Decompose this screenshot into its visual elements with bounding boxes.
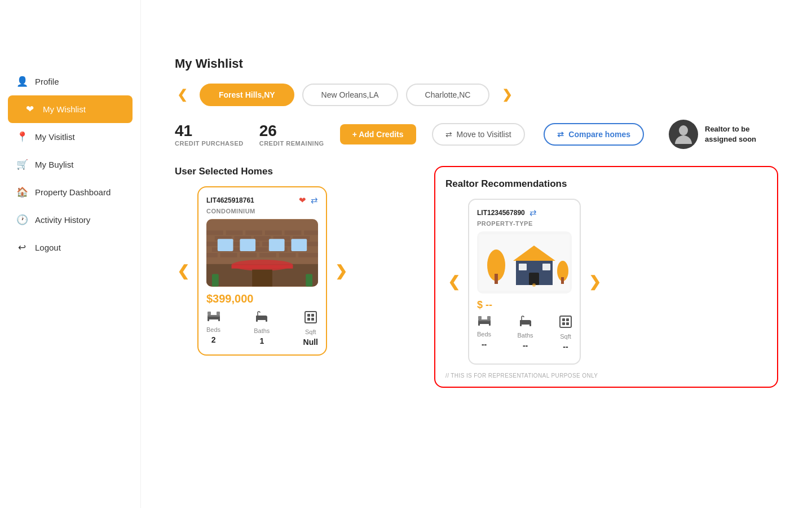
sidebar-icon-logout: ↩: [16, 242, 28, 253]
sidebar-icon-property-dashboard: 🏠: [16, 186, 28, 198]
svg-rect-35: [240, 239, 255, 251]
realtor-rec-card: LIT1234567890 ⇄ PROPERTY-TYPE: [468, 199, 581, 365]
svg-rect-4: [226, 230, 243, 235]
baths-label: Baths: [254, 327, 270, 334]
svg-rect-27: [240, 253, 257, 257]
add-credits-button[interactable]: + Add Credits: [340, 124, 416, 144]
realtor-recs-carousel: ❮ LIT1234567890 ⇄ PROPERTY-TYPE: [445, 199, 767, 365]
user-prop-stats: Beds 2 Baths 1: [206, 311, 318, 347]
rec-beds-value: --: [482, 340, 487, 349]
svg-rect-68: [478, 323, 480, 326]
svg-rect-3: [206, 230, 223, 235]
svg-rect-43: [218, 318, 220, 321]
rec-sqft-label: Sqft: [560, 333, 571, 340]
wishlist-heart-icon[interactable]: ❤: [299, 195, 306, 205]
sidebar-item-property-dashboard[interactable]: 🏠 Property Dashboard: [0, 178, 140, 206]
rec-baths-value: --: [523, 341, 528, 350]
user-listing-id: LIT4625918761: [206, 196, 254, 204]
sidebar-icon-activity-history: 🕐: [16, 214, 28, 226]
svg-rect-60: [529, 273, 539, 285]
sidebar-icon-my-buylist: 🛒: [16, 159, 28, 170]
realtor-recs-next-arrow[interactable]: ❯: [586, 273, 603, 291]
user-baths-stat: Baths 1: [254, 311, 270, 347]
house-illustration-svg: [479, 234, 570, 291]
user-beds-stat: Beds 2: [206, 311, 220, 347]
credit-purchased-num: 41: [175, 122, 244, 140]
svg-rect-34: [218, 239, 233, 251]
svg-rect-36: [269, 239, 285, 251]
beds-icon: [207, 311, 220, 324]
svg-rect-30: [298, 253, 318, 257]
user-homes-title: User Selected Homes: [175, 166, 412, 177]
svg-rect-79: [562, 322, 565, 325]
svg-rect-54: [311, 318, 314, 321]
svg-rect-67: [478, 319, 491, 321]
svg-rect-57: [495, 274, 498, 284]
rec-baths-stat: Baths --: [517, 316, 533, 351]
svg-rect-6: [265, 230, 282, 235]
sidebar-icon-my-wishlist: ❤: [24, 103, 36, 115]
rec-sqft-stat: Sqft --: [559, 316, 572, 351]
move-icon: ⇄: [445, 130, 452, 139]
svg-point-65: [532, 283, 536, 287]
compare-arrows-icon[interactable]: ⇄: [311, 195, 318, 205]
sidebar-item-activity-history[interactable]: 🕐 Activity History: [0, 206, 140, 234]
compare-homes-button[interactable]: ⇄ Compare homes: [544, 123, 644, 146]
svg-rect-7: [285, 230, 302, 235]
location-tab-new-orleans[interactable]: New Orleans,LA: [302, 84, 398, 106]
svg-rect-11: [254, 236, 271, 240]
sidebar-item-my-wishlist[interactable]: ❤ My Wishlist: [8, 95, 133, 123]
location-tab-charlotte[interactable]: Charlotte,NC: [406, 84, 490, 106]
svg-rect-74: [529, 323, 531, 326]
rec-baths-icon: [519, 316, 532, 330]
sqft-label: Sqft: [305, 329, 316, 335]
svg-rect-28: [259, 253, 276, 257]
location-tab-forest-hills[interactable]: Forest Hills,NY: [200, 84, 294, 106]
svg-rect-52: [311, 314, 314, 317]
sidebar: 👤 Profile ❤ My Wishlist 📍 My Visitlist 🛒…: [0, 0, 141, 508]
svg-rect-38: [212, 274, 219, 287]
svg-rect-32: [232, 265, 293, 269]
realtor-recs-prev-arrow[interactable]: ❮: [445, 273, 462, 291]
sidebar-item-my-visitlist[interactable]: 📍 My Visitlist: [0, 123, 140, 151]
sidebar-item-logout[interactable]: ↩ Logout: [0, 234, 140, 261]
location-next-arrow[interactable]: ❯: [500, 87, 514, 102]
svg-rect-44: [208, 312, 211, 315]
rec-sqft-value: --: [563, 342, 568, 351]
move-label: Move to Visitlist: [457, 130, 511, 139]
rec-beds-label: Beds: [477, 331, 491, 338]
rec-compare-icon[interactable]: ⇄: [529, 208, 537, 218]
svg-rect-33: [252, 270, 272, 287]
sidebar-label-my-visitlist: My Visitlist: [35, 132, 75, 142]
svg-rect-5: [245, 230, 262, 235]
compare-icon: ⇄: [557, 130, 564, 139]
rec-listing-id: LIT1234567890: [477, 209, 525, 217]
sidebar-item-profile[interactable]: 👤 Profile: [0, 68, 140, 95]
svg-rect-50: [305, 312, 316, 323]
rec-sqft-icon: [559, 316, 572, 331]
user-homes-carousel: ❮ LIT4625918761 ❤ ⇄ CONDOMINIUM: [175, 186, 412, 356]
move-to-visitlist-button[interactable]: ⇄ Move to Visitlist: [432, 123, 525, 146]
sidebar-label-my-buylist: My Buylist: [35, 160, 73, 169]
sqft-value: Null: [303, 338, 318, 347]
user-homes-next-arrow[interactable]: ❯: [333, 262, 350, 280]
rec-stats: Beds -- Baths --: [477, 316, 572, 351]
rec-prop-type: PROPERTY-TYPE: [477, 220, 572, 227]
compare-label: Compare homes: [568, 130, 630, 139]
user-prop-image: [206, 219, 318, 287]
sqft-icon: [304, 311, 317, 326]
rec-beds-stat: Beds --: [477, 316, 491, 351]
svg-rect-8: [304, 230, 318, 235]
sidebar-label-activity-history: Activity History: [35, 215, 90, 225]
user-property-card: LIT4625918761 ❤ ⇄ CONDOMINIUM: [197, 186, 327, 356]
svg-rect-69: [489, 323, 491, 326]
realtor-block: Realtor to be assigned soon: [669, 120, 778, 149]
rec-price: $ --: [477, 299, 572, 311]
user-homes-prev-arrow[interactable]: ❮: [175, 262, 192, 280]
sidebar-label-profile: Profile: [35, 77, 59, 86]
sidebar-item-my-buylist[interactable]: 🛒 My Buylist: [0, 151, 140, 178]
credit-remaining-num: 26: [259, 122, 324, 140]
rec-prop-image: [477, 231, 572, 294]
location-prev-arrow[interactable]: ❮: [175, 87, 189, 102]
credit-remaining-label: CREDIT REMAINING: [259, 140, 324, 147]
